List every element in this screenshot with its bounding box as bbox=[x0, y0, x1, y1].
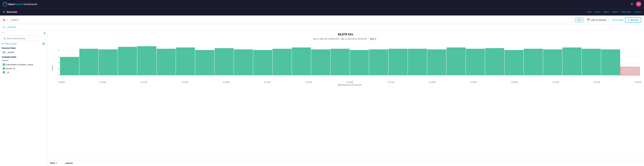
hamburger-menu[interactable]: ☰ bbox=[3, 10, 5, 14]
svg-rect-36 bbox=[504, 50, 524, 75]
svg-rect-37 bbox=[524, 49, 543, 75]
source-column-header: _source bbox=[64, 162, 73, 164]
time-column-header[interactable]: Time ▼ bbox=[50, 162, 58, 164]
available-fields-label: Available fields bbox=[2, 56, 45, 58]
collapse-sidebar-icon[interactable]: ◀ bbox=[44, 32, 45, 34]
field-name-kubernetes: kubernetes.container_name bbox=[6, 63, 33, 66]
field-name-source: _source bbox=[6, 51, 14, 54]
svg-rect-34 bbox=[466, 49, 485, 75]
time-picker[interactable]: 📅 Last 15 minutes ▼ bbox=[585, 17, 611, 22]
field-item-id[interactable]: t _id bbox=[2, 70, 45, 74]
query-icon: 🔖 bbox=[3, 19, 6, 21]
svg-point-2 bbox=[6, 4, 6, 4]
svg-rect-22 bbox=[234, 49, 253, 75]
logo[interactable]: OpenSearch Dashboards bbox=[3, 2, 37, 7]
main-content: * ▼ ◀ 🔍 ⊕ Filter by type 0 Selected fiel… bbox=[0, 30, 644, 166]
svg-rect-13 bbox=[60, 57, 79, 75]
svg-rect-39 bbox=[562, 48, 582, 75]
dql-button[interactable]: DQL bbox=[575, 18, 584, 22]
field-type-t-badge-tenant: t bbox=[3, 67, 5, 70]
sidebar: * ▼ ◀ 🔍 ⊕ Filter by type 0 Selected fiel… bbox=[0, 30, 47, 166]
svg-rect-40 bbox=[582, 49, 601, 75]
sort-icon: ▼ bbox=[56, 162, 58, 164]
save-link[interactable]: Save bbox=[595, 11, 600, 13]
field-item-kubernetes[interactable]: t kubernetes.container_name bbox=[2, 63, 45, 67]
logo-text: OpenSearch Dashboards bbox=[8, 3, 37, 6]
calendar-icon: 📅 bbox=[587, 19, 590, 21]
hits-count: 68,878 hits bbox=[50, 33, 641, 36]
index-selector[interactable]: * ▼ bbox=[2, 32, 5, 34]
svg-rect-32 bbox=[427, 49, 446, 75]
svg-point-0 bbox=[3, 2, 7, 6]
svg-rect-33 bbox=[446, 48, 466, 75]
chart-area: 68,878 hits Dec 4, 2021 @ 21:08:45.973 -… bbox=[47, 30, 644, 160]
popular-label: Popular bbox=[2, 59, 45, 62]
available-fields-section: Available fields Popular t kubernetes.co… bbox=[2, 56, 45, 74]
svg-rect-35 bbox=[485, 48, 504, 75]
auto-chevron-icon: ▼ bbox=[375, 38, 376, 40]
field-type-source-badge: ⊕ bbox=[3, 51, 6, 53]
settings-icon[interactable]: ⚙ bbox=[630, 2, 633, 6]
filter-by-type-button[interactable]: ⊕ Filter by type bbox=[2, 42, 17, 45]
field-item-tenant-id[interactable]: t tenant_id bbox=[2, 67, 45, 70]
svg-text:500: 500 bbox=[58, 68, 59, 70]
opensearch-logo-icon bbox=[3, 2, 8, 7]
svg-text:1000: 1000 bbox=[58, 62, 59, 64]
reporting-link[interactable]: Reporting bbox=[622, 11, 631, 13]
bar-chart-svg: 0500100015002000 bbox=[58, 43, 641, 80]
field-search-wrap[interactable]: 🔍 bbox=[2, 36, 45, 41]
svg-rect-15 bbox=[99, 49, 118, 75]
page-title: Discover bbox=[7, 11, 17, 13]
refresh-label: Refresh bbox=[630, 19, 638, 21]
filter-icon-small: ⊕ bbox=[2, 42, 4, 45]
field-search-input[interactable] bbox=[6, 37, 44, 40]
date-range: Dec 4, 2021 @ 21:08:45.973 - Dec 4, 2021… bbox=[313, 38, 367, 40]
filter-bar: ⊕ + Add filter bbox=[0, 25, 644, 30]
index-pattern-label: * bbox=[2, 32, 2, 34]
svg-rect-27 bbox=[330, 49, 350, 75]
svg-point-1 bbox=[4, 4, 4, 4]
inspect-link[interactable]: Inspect bbox=[634, 11, 641, 13]
search-bar: 🔖 ▼ DQL 📅 Last 15 minutes ▼ Show dates ↻… bbox=[0, 16, 644, 25]
svg-rect-23 bbox=[253, 50, 272, 75]
svg-rect-29 bbox=[369, 49, 388, 75]
x-axis-ticks: 21:09:0021:10:0021:11:0021:12:0021:13:00… bbox=[58, 81, 641, 83]
refresh-button[interactable]: ↻ Refresh bbox=[625, 17, 641, 23]
table-header: Time ▼ _source bbox=[47, 162, 644, 164]
new-link[interactable]: New bbox=[588, 11, 592, 13]
show-dates-button[interactable]: Show dates bbox=[612, 19, 624, 21]
svg-rect-16 bbox=[118, 47, 137, 75]
svg-rect-14 bbox=[79, 49, 98, 75]
filter-by-type-label: Filter by type bbox=[4, 42, 17, 45]
selected-fields-label: Selected fields bbox=[2, 47, 45, 49]
svg-rect-28 bbox=[350, 50, 369, 75]
svg-rect-30 bbox=[388, 49, 408, 75]
nav-left: OpenSearch Dashboards bbox=[3, 2, 37, 7]
svg-rect-24 bbox=[272, 49, 292, 75]
add-filter-button[interactable]: + Add filter bbox=[6, 26, 16, 29]
chart-subtitle: Dec 4, 2021 @ 21:08:45.973 - Dec 4, 2021… bbox=[50, 37, 641, 41]
dropdown-arrow-icon: ▼ bbox=[6, 19, 8, 21]
chart-svg-wrap: 0500100015002000 bbox=[58, 43, 641, 81]
time-label: Last 15 minutes bbox=[591, 19, 606, 21]
auto-button[interactable]: Auto ▼ bbox=[368, 37, 378, 41]
query-type-selector[interactable]: 🔖 ▼ bbox=[3, 19, 8, 21]
y-axis-label: Count bbox=[51, 66, 53, 70]
index-chevron-icon: ▼ bbox=[3, 32, 5, 34]
top-nav: OpenSearch Dashboards ⚙ CP bbox=[0, 0, 644, 8]
open-link[interactable]: Open bbox=[604, 11, 609, 13]
field-type-t-badge-id: t bbox=[3, 71, 5, 73]
svg-rect-17 bbox=[137, 46, 156, 75]
svg-rect-41 bbox=[601, 49, 620, 75]
share-link[interactable]: Share bbox=[612, 11, 618, 13]
search-input-wrap[interactable] bbox=[10, 17, 574, 23]
svg-rect-42 bbox=[620, 67, 640, 75]
field-item-source[interactable]: ⊕ _source bbox=[2, 50, 45, 54]
second-bar-right: New Save Open Share Reporting Inspect bbox=[588, 11, 641, 13]
search-input[interactable] bbox=[11, 19, 572, 21]
second-bar: ☰ Discover New Save Open Share Reporting… bbox=[0, 8, 644, 16]
sidebar-top: * ▼ ◀ bbox=[2, 32, 45, 34]
avatar[interactable]: CP bbox=[636, 1, 641, 7]
nav-right: ⚙ CP bbox=[630, 1, 641, 7]
refresh-icon: ↻ bbox=[628, 19, 630, 21]
